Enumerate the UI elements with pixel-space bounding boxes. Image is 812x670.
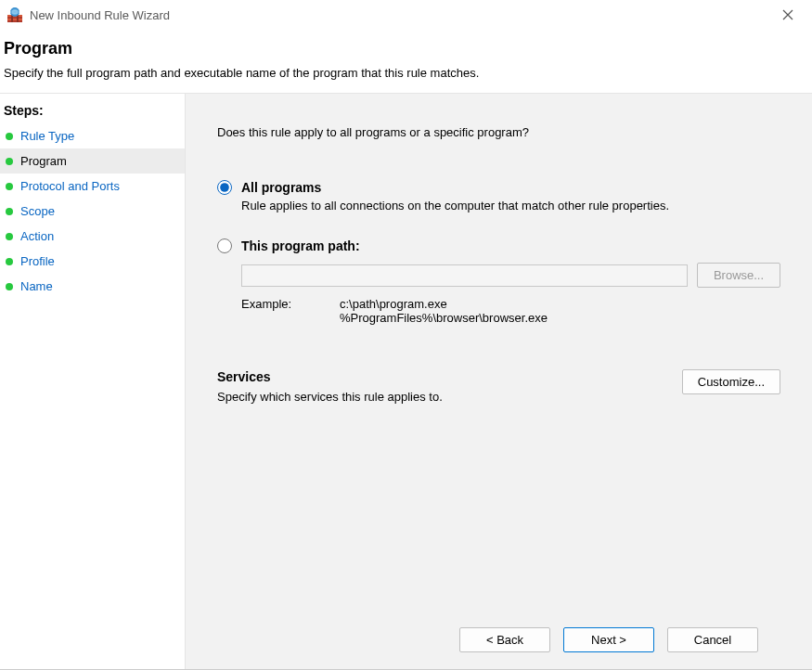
titlebar: New Inbound Rule Wizard [0,0,812,30]
sidebar-step-action[interactable]: Action [0,224,185,249]
sidebar-step-label: Action [20,229,54,243]
example-values: c:\path\program.exe %ProgramFiles%\brows… [340,297,548,325]
step-bullet-icon [6,208,13,215]
option-this-program: This program path: Browse... Example: c:… [217,238,780,325]
sidebar-step-scope[interactable]: Scope [0,199,185,224]
page-subtitle: Specify the full program path and execut… [4,66,808,80]
next-button[interactable]: Next > [563,627,654,652]
sidebar-step-label: Rule Type [20,129,74,143]
radio-all-programs[interactable]: All programs [217,180,780,195]
services-section: Services Specify which services this rul… [217,369,780,404]
wizard-header: Program Specify the full program path an… [0,30,812,94]
radio-all-programs-desc: Rule applies to all connections on the c… [241,199,780,213]
page-title: Program [4,39,808,58]
sidebar-step-label: Name [20,279,53,293]
browse-button[interactable]: Browse... [697,263,780,288]
sidebar-step-protocol-and-ports[interactable]: Protocol and Ports [0,174,185,199]
content: Steps: Rule TypeProgramProtocol and Port… [0,94,812,669]
close-icon [782,9,793,20]
back-button[interactable]: < Back [459,627,550,652]
sidebar-step-profile[interactable]: Profile [0,249,185,274]
sidebar-step-label: Profile [20,254,55,268]
radio-all-programs-input[interactable] [217,180,232,195]
firewall-icon [7,7,22,22]
radio-this-program[interactable]: This program path: [217,238,780,253]
option-all-programs: All programs Rule applies to all connect… [217,180,780,213]
prompt-text: Does this rule apply to all programs or … [217,125,780,139]
cancel-button[interactable]: Cancel [667,627,758,652]
sidebar-step-rule-type[interactable]: Rule Type [0,123,185,148]
services-title: Services [217,369,443,384]
program-path-input[interactable] [241,264,688,287]
svg-point-6 [12,9,18,15]
sidebar-step-label: Program [20,154,67,168]
wizard-footer: < Back Next > Cancel [217,612,780,669]
window-title: New Inbound Rule Wizard [30,8,771,22]
services-desc: Specify which services this rule applies… [217,390,443,404]
main-panel: Does this rule apply to all programs or … [186,94,812,669]
step-bullet-icon [6,233,13,240]
sidebar-step-label: Scope [20,204,55,218]
radio-this-program-label: This program path: [241,238,360,253]
svg-rect-2 [7,19,22,20]
radio-all-programs-label: All programs [241,180,321,195]
sidebar-step-label: Protocol and Ports [20,179,120,193]
customize-button[interactable]: Customize... [682,369,780,394]
close-button[interactable] [771,2,805,28]
step-bullet-icon [6,158,13,165]
step-bullet-icon [6,258,13,265]
radio-this-program-input[interactable] [217,238,232,253]
sidebar-step-name[interactable]: Name [0,274,185,299]
steps-heading: Steps: [0,99,185,123]
sidebar-step-program[interactable]: Program [0,148,185,174]
step-bullet-icon [6,133,13,140]
steps-sidebar: Steps: Rule TypeProgramProtocol and Port… [0,94,186,669]
step-bullet-icon [6,283,13,290]
example-label: Example: [241,297,340,325]
step-bullet-icon [6,183,13,190]
